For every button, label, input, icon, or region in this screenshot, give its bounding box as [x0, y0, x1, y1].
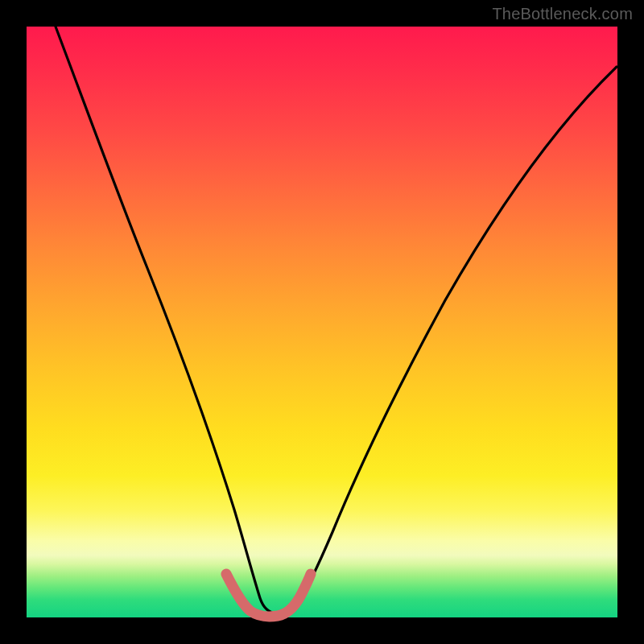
chart-frame: TheBottleneck.com — [0, 0, 644, 644]
watermark-text: TheBottleneck.com — [492, 5, 633, 23]
plot-area — [27, 27, 617, 617]
bottleneck-curve — [56, 27, 617, 613]
curve-svg — [27, 27, 617, 617]
